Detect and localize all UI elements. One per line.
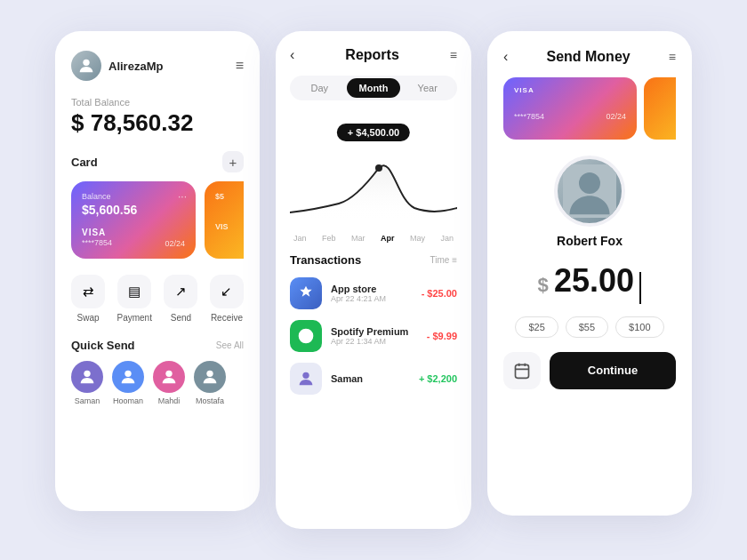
saman-avatar: [290, 363, 322, 395]
send-back-arrow-icon[interactable]: ‹: [503, 49, 508, 65]
quick-amount-55[interactable]: $55: [566, 316, 608, 338]
tab-year[interactable]: Year: [400, 78, 454, 98]
add-card-button[interactable]: +: [222, 151, 244, 172]
svg-point-6: [299, 329, 314, 344]
amount-prefix: $: [538, 274, 554, 296]
svg-point-1: [84, 371, 90, 377]
contact-saman[interactable]: Saman: [71, 361, 103, 405]
contact-name-mostafa: Mostafa: [196, 396, 224, 405]
appstore-info: App store Apr 22 4:21 AM: [331, 284, 413, 303]
svg-point-3: [165, 371, 172, 377]
amount-value: 25.00: [554, 262, 634, 299]
send-money-title: Send Money: [546, 49, 630, 65]
swap-action[interactable]: ⇄ Swap: [71, 275, 105, 323]
card-balance-label: Balance: [82, 192, 185, 201]
chart-label-may: May: [410, 234, 425, 243]
chart-labels: Jan Feb Mar Apr May Jan: [290, 234, 457, 243]
transaction-spotify[interactable]: Spotify Premium Apr 22 1:34 AM - $9.99: [290, 320, 457, 352]
contact-mahdi[interactable]: Mahdi: [153, 361, 185, 405]
send-card-number: ****7854: [514, 112, 544, 121]
send-card-brand: VISA: [514, 86, 626, 94]
secondary-card-brand: VIS: [215, 222, 244, 231]
tab-month[interactable]: Month: [347, 78, 401, 98]
send-money-screen: ‹ Send Money ≡ VISA ****7854 02/24: [487, 31, 692, 516]
contact-avatar-mahdi: [153, 361, 185, 393]
chart-area: + $4,500.00 Jan Feb Mar Apr: [290, 115, 457, 239]
saman-name: Saman: [331, 373, 410, 384]
send-action[interactable]: ↗ Send: [164, 275, 197, 323]
svg-rect-10: [516, 364, 529, 378]
reports-title: Reports: [345, 47, 398, 63]
svg-point-2: [124, 371, 131, 377]
quick-send-header: Quick Send See All: [71, 339, 244, 352]
dashboard-header: AlirezaMp ≡: [71, 51, 244, 81]
card-number: ****7854: [82, 238, 112, 247]
time-filter[interactable]: Time ≡: [430, 255, 457, 265]
appstore-name: App store: [331, 284, 413, 294]
card-balance: $5,600.56: [82, 203, 185, 217]
send-primary-card[interactable]: VISA ****7854 02/24: [503, 77, 637, 140]
transactions-title: Transactions: [290, 253, 361, 267]
contact-avatar-hooman: [112, 361, 144, 393]
contact-name-saman: Saman: [75, 396, 100, 405]
secondary-card[interactable]: $5 VIS: [205, 181, 244, 259]
contact-hooman[interactable]: Hooman: [112, 361, 144, 405]
spotify-info: Spotify Premium Apr 22 1:34 AM: [331, 326, 418, 346]
transaction-appstore[interactable]: App store Apr 22 4:21 AM - $25.00: [290, 277, 457, 309]
swap-label: Swap: [76, 313, 99, 323]
send-menu-icon[interactable]: ≡: [669, 50, 676, 64]
recipient-section: Robert Fox: [503, 156, 676, 248]
primary-card[interactable]: Balance $5,600.56 ··· VISA ****7854 02/2…: [71, 181, 196, 259]
reports-header: ‹ Reports ≡: [290, 47, 457, 63]
receive-action[interactable]: ↙ Receive: [210, 275, 244, 323]
username: AlirezaMp: [108, 60, 163, 73]
svg-point-7: [302, 372, 309, 379]
appstore-date: Apr 22 4:21 AM: [331, 294, 413, 303]
chart-label-apr: Apr: [381, 234, 395, 243]
see-all-button[interactable]: See All: [216, 340, 244, 350]
receive-icon: ↙: [210, 275, 244, 308]
chart-label-mar: Mar: [351, 234, 365, 243]
amount-cursor: [639, 272, 641, 304]
chart-svg: [290, 141, 457, 230]
avatar: [71, 51, 101, 81]
contact-mostafa[interactable]: Mostafa: [194, 361, 226, 405]
card-section-header: Card +: [71, 151, 244, 172]
hamburger-icon[interactable]: ≡: [236, 58, 244, 74]
reports-menu-icon[interactable]: ≡: [450, 48, 457, 62]
saman-amount: + $2,200: [419, 373, 457, 384]
back-arrow-icon[interactable]: ‹: [290, 47, 294, 63]
svg-point-0: [83, 60, 89, 66]
card-dots: ···: [178, 190, 187, 203]
contact-name-hooman: Hooman: [113, 396, 143, 405]
send-money-header: ‹ Send Money ≡: [503, 49, 676, 65]
amount-display: $ 25.00: [503, 262, 676, 304]
send-secondary-card[interactable]: [644, 77, 676, 140]
receive-label: Receive: [211, 313, 243, 323]
spotify-date: Apr 22 1:34 AM: [331, 337, 418, 346]
balance-amount: $ 78,560.32: [71, 109, 244, 137]
recipient-avatar: [554, 156, 625, 227]
contact-avatar-saman: [71, 361, 103, 393]
cards-row: Balance $5,600.56 ··· VISA ****7854 02/2…: [71, 181, 244, 259]
svg-point-9: [579, 172, 600, 194]
contacts-row: Saman Hooman Mahdi Mostafa: [71, 361, 244, 405]
calendar-button[interactable]: [503, 352, 541, 389]
continue-button[interactable]: Continue: [550, 352, 676, 389]
quick-amount-25[interactable]: $25: [515, 316, 558, 338]
payment-action[interactable]: ▤ Payment: [117, 275, 152, 323]
spotify-icon: [290, 320, 322, 352]
transaction-saman[interactable]: Saman + $2,200: [290, 363, 457, 395]
tab-day[interactable]: Day: [293, 78, 347, 98]
reports-screen: ‹ Reports ≡ Day Month Year + $4,500.00: [276, 31, 471, 529]
contact-name-mahdi: Mahdi: [158, 396, 181, 405]
appstore-icon: [290, 277, 322, 309]
quick-amounts: $25 $55 $100: [503, 316, 676, 338]
quick-amount-100[interactable]: $100: [615, 316, 663, 338]
card-expiry: 02/24: [165, 239, 185, 248]
spotify-amount: - $9.99: [427, 331, 457, 341]
swap-icon: ⇄: [71, 275, 105, 308]
card-section-title: Card: [71, 156, 98, 169]
visa-label: VISA: [82, 228, 185, 237]
secondary-card-balance: $5: [215, 192, 244, 201]
